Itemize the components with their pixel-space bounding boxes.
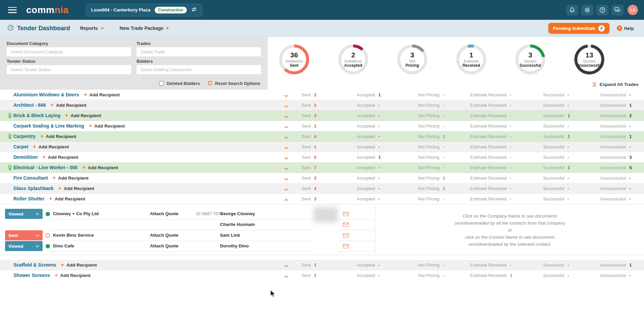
chevron-down-icon[interactable]: [284, 113, 288, 120]
bidder-contact-link[interactable]: Sam Link: [220, 230, 240, 241]
chevron-down-icon[interactable]: [284, 176, 288, 182]
chevron-down-icon[interactable]: [284, 145, 288, 151]
trade-row-brick-block-laying: Brick & Block Laying +Add Recipient Sent…: [0, 110, 644, 121]
stat-label: Estimate Received: [470, 165, 506, 170]
trade-row-electrical-line-worker: Electrical - Line Worker - 000 +Add Reci…: [0, 162, 644, 173]
add-recipient-button[interactable]: Add Recipient: [66, 263, 97, 268]
stat-label: Unsuccessful: [600, 124, 626, 129]
chevron-down-icon[interactable]: [284, 273, 288, 279]
bidders-input[interactable]: [137, 65, 261, 74]
attach-quote-link[interactable]: Attach Quote: [150, 241, 178, 251]
new-trade-package-button[interactable]: New Trade Package +: [120, 25, 169, 32]
chevron-down-icon[interactable]: [284, 155, 288, 161]
chevron-down-icon[interactable]: [284, 134, 288, 140]
bidder-contact-link[interactable]: George Clooney: [220, 208, 255, 219]
add-recipient-button[interactable]: Add Recipient: [39, 144, 69, 149]
trade-name-link[interactable]: Brick & Block Laying: [13, 113, 60, 118]
trade-name-link[interactable]: Glass Splashback: [13, 186, 54, 191]
settings-button[interactable]: [581, 5, 593, 15]
expand-collapse-icon: [592, 82, 597, 87]
bidder-status-dropdown[interactable]: Sent: [5, 230, 43, 240]
stat-label: Accepted: [357, 144, 375, 149]
trade-name-link[interactable]: Aluminium Windows & Doors: [13, 92, 79, 97]
tender-status-input[interactable]: [7, 65, 131, 74]
switch-project-icon[interactable]: [191, 7, 197, 13]
hamburger-menu-icon[interactable]: [8, 7, 17, 13]
bidder-contact-link[interactable]: Dorothy Dino: [220, 241, 249, 251]
trade-name-link[interactable]: Fire Consultant: [13, 175, 48, 181]
attach-quote-link[interactable]: Attach Quote: [150, 208, 178, 219]
email-icon[interactable]: [343, 244, 349, 248]
chevron-down-icon[interactable]: [284, 93, 288, 99]
expand-all-trades-link[interactable]: Expand All Trades: [592, 82, 639, 87]
reports-menu[interactable]: Reports: [80, 26, 104, 31]
chevron-up-icon[interactable]: [284, 197, 288, 203]
stat-label: Estimate Received: [470, 124, 506, 129]
stat-value-accepted: -: [378, 103, 386, 108]
chevron-down-icon[interactable]: [284, 186, 288, 192]
stat-value-successful: 1: [568, 134, 576, 139]
pending-submittals-button[interactable]: Pending Submittals 2: [548, 23, 609, 34]
messages-button[interactable]: [611, 5, 624, 15]
trades-input[interactable]: [137, 47, 261, 56]
trade-name-link[interactable]: Roller Shutter: [13, 196, 45, 201]
email-icon[interactable]: [343, 233, 349, 238]
stat-value-sent: 7: [314, 165, 322, 170]
add-recipient-button[interactable]: Add Recipient: [94, 124, 125, 129]
stat-value-not-pricing: -: [443, 103, 451, 108]
trade-name-link[interactable]: Shower Screens: [13, 273, 50, 278]
deleted-bidders-checkbox-row[interactable]: Deleted Bidders: [159, 81, 200, 86]
chevron-down-icon[interactable]: [284, 124, 288, 130]
add-recipient-button[interactable]: Add Recipient: [60, 273, 91, 278]
chevron-down-icon[interactable]: [284, 103, 288, 109]
pending-count-badge: 2: [598, 25, 605, 32]
svg-text:?: ?: [601, 8, 603, 12]
help-button[interactable]: ?: [596, 5, 608, 15]
add-recipient-button[interactable]: Add Recipient: [64, 186, 94, 191]
trade-name-link[interactable]: Demolition: [13, 154, 38, 160]
add-recipient-button[interactable]: Add Recipient: [46, 134, 76, 139]
trade-name-link[interactable]: Carpentry: [13, 134, 36, 139]
attach-quote-link[interactable]: Attach Quote: [150, 230, 178, 241]
bidder-status-dropdown[interactable]: Viewed: [5, 209, 43, 219]
add-recipient-button[interactable]: Add Recipient: [56, 103, 87, 108]
stat-label: Estimate Received: [470, 176, 506, 181]
add-recipient-button[interactable]: Add Recipient: [55, 196, 85, 201]
help-link[interactable]: ? Help: [617, 26, 634, 31]
add-recipient-button[interactable]: Add Recipient: [89, 92, 120, 97]
commnia-logo: commnia: [26, 5, 68, 15]
bidder-company-link[interactable]: Clooney + Co Pty Ltd: [53, 208, 99, 219]
trade-name-link[interactable]: Scaffold & Screens: [13, 262, 56, 268]
trade-name-link[interactable]: Electrical - Line Worker - 000: [13, 165, 77, 170]
deleted-bidders-checkbox[interactable]: [159, 81, 164, 86]
chevron-down-icon[interactable]: [284, 166, 288, 172]
stat-label: Successful: [543, 263, 564, 268]
trade-name-link[interactable]: Architect - 666: [13, 102, 46, 108]
project-selector[interactable]: Lsun004 - Canterbury Plaza Construction: [86, 4, 202, 16]
trade-row-glass-splashback: Glass Splashback +Add Recipient Sent4 Ac…: [0, 183, 644, 194]
donut-quotes-successful: 3QuotesSuccessful: [514, 43, 547, 76]
add-recipient-button[interactable]: Add Recipient: [48, 155, 78, 160]
stat-label: Not Pricing: [418, 134, 439, 139]
add-recipient-button[interactable]: Add Recipient: [58, 176, 89, 181]
reset-search-options[interactable]: Reset Search Options: [207, 81, 260, 86]
trade-row-roller-shutter: Roller Shutter +Add Recipient Sent3 Acce…: [0, 194, 644, 204]
stat-value-accepted: -: [378, 263, 386, 268]
email-icon[interactable]: [343, 223, 349, 227]
trade-name-link[interactable]: Carpark Sealing & Line Marking: [13, 123, 84, 129]
bidder-contact-link[interactable]: Charlie Hunnam: [220, 219, 255, 230]
email-icon[interactable]: [343, 212, 349, 216]
document-category-input[interactable]: [7, 47, 131, 56]
stat-label: Unsuccessful: [600, 144, 626, 149]
add-recipient-button[interactable]: Add Recipient: [70, 113, 101, 118]
stat-label: Estimate Received: [470, 263, 506, 268]
bidder-status-dropdown[interactable]: Viewed: [5, 241, 43, 251]
user-avatar[interactable]: LS: [628, 5, 638, 15]
add-recipient-button[interactable]: Add Recipient: [88, 165, 118, 170]
bidder-company-link[interactable]: Dino Cafe: [53, 241, 74, 251]
bidder-company-link[interactable]: Kevin Bins Service: [53, 230, 94, 241]
notifications-button[interactable]: [566, 5, 578, 15]
stat-value-successful: -: [568, 103, 576, 108]
chevron-down-icon[interactable]: [284, 263, 288, 269]
trade-name-link[interactable]: Carpet: [13, 144, 28, 149]
